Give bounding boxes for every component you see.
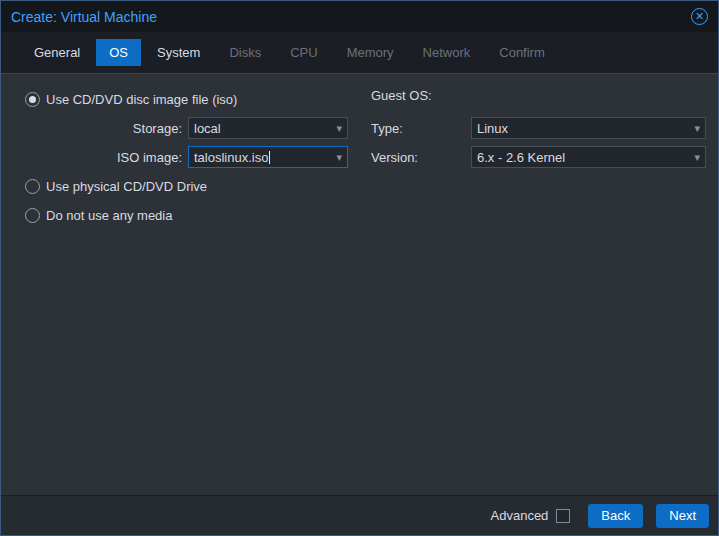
dialog-footer: Advanced Back Next xyxy=(1,495,718,535)
radio-icon xyxy=(25,92,40,107)
media-column: Use CD/DVD disc image file (iso) Storage… xyxy=(1,88,363,233)
os-version-label: Version: xyxy=(363,150,471,165)
radio-use-iso[interactable]: Use CD/DVD disc image file (iso) xyxy=(25,88,363,110)
os-tab-panel: Use CD/DVD disc image file (iso) Storage… xyxy=(1,74,718,495)
radio-icon xyxy=(25,208,40,223)
iso-image-row: ISO image: taloslinux.iso ▾ xyxy=(1,146,363,168)
storage-select[interactable]: local ▾ xyxy=(188,117,348,139)
dialog-title: Create: Virtual Machine xyxy=(11,9,691,25)
os-type-value: Linux xyxy=(477,121,690,136)
guest-os-column: Guest OS: Type: Linux ▾ Version: 6.x - 2… xyxy=(363,88,718,175)
storage-row: Storage: local ▾ xyxy=(1,117,363,139)
os-type-row: Type: Linux ▾ xyxy=(363,117,706,139)
text-caret xyxy=(269,151,270,164)
chevron-down-icon: ▾ xyxy=(694,122,700,135)
tab-general[interactable]: General xyxy=(21,39,93,66)
create-vm-dialog: Create: Virtual Machine ✕ General OS Sys… xyxy=(0,0,719,536)
advanced-label: Advanced xyxy=(491,508,549,523)
tab-confirm: Confirm xyxy=(486,39,558,66)
iso-image-label: ISO image: xyxy=(1,150,188,165)
chevron-down-icon: ▾ xyxy=(336,122,342,135)
tab-cpu: CPU xyxy=(277,39,330,66)
chevron-down-icon: ▾ xyxy=(694,151,700,164)
radio-icon xyxy=(25,179,40,194)
chevron-down-icon: ▾ xyxy=(336,151,342,164)
storage-value: local xyxy=(194,121,332,136)
tab-memory: Memory xyxy=(334,39,407,66)
close-icon[interactable]: ✕ xyxy=(691,8,708,25)
tab-disks: Disks xyxy=(216,39,274,66)
radio-use-iso-label: Use CD/DVD disc image file (iso) xyxy=(46,92,237,107)
dialog-titlebar[interactable]: Create: Virtual Machine ✕ xyxy=(1,1,718,32)
tab-network: Network xyxy=(410,39,484,66)
radio-no-media[interactable]: Do not use any media xyxy=(25,204,363,226)
os-version-select[interactable]: 6.x - 2.6 Kernel ▾ xyxy=(471,146,706,168)
storage-label: Storage: xyxy=(1,121,188,136)
radio-physical-drive[interactable]: Use physical CD/DVD Drive xyxy=(25,175,363,197)
tab-bar: General OS System Disks CPU Memory Netwo… xyxy=(1,32,718,74)
os-version-value: 6.x - 2.6 Kernel xyxy=(477,150,690,165)
radio-no-media-label: Do not use any media xyxy=(46,208,172,223)
os-type-select[interactable]: Linux ▾ xyxy=(471,117,706,139)
tab-system[interactable]: System xyxy=(144,39,213,66)
advanced-checkbox[interactable] xyxy=(556,509,570,523)
iso-image-value: taloslinux.iso xyxy=(194,150,268,165)
tab-os[interactable]: OS xyxy=(96,39,141,66)
iso-image-combo[interactable]: taloslinux.iso ▾ xyxy=(188,146,348,168)
os-version-row: Version: 6.x - 2.6 Kernel ▾ xyxy=(363,146,706,168)
os-type-label: Type: xyxy=(363,121,471,136)
radio-physical-drive-label: Use physical CD/DVD Drive xyxy=(46,179,207,194)
guest-os-header: Guest OS: xyxy=(371,88,706,103)
back-button[interactable]: Back xyxy=(588,504,643,528)
next-button[interactable]: Next xyxy=(656,504,709,528)
